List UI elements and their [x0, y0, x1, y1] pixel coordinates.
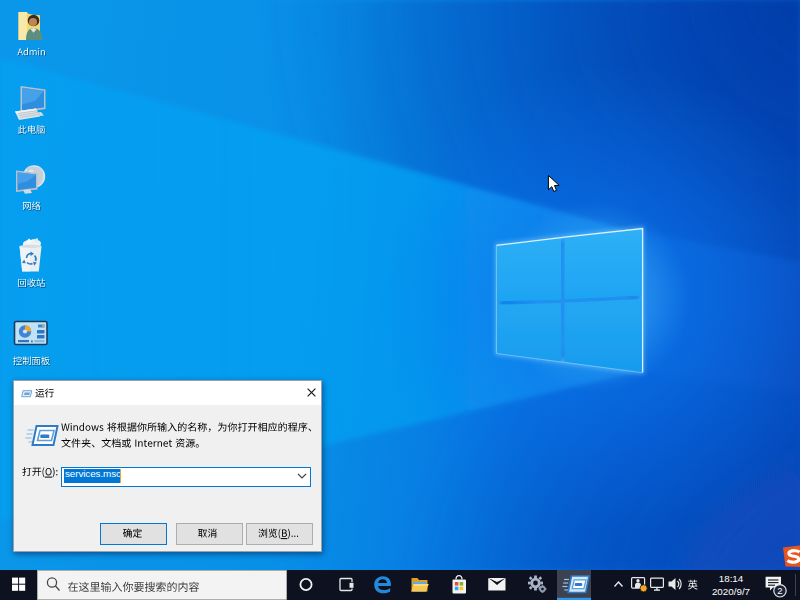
svg-text:2: 2	[777, 585, 782, 596]
